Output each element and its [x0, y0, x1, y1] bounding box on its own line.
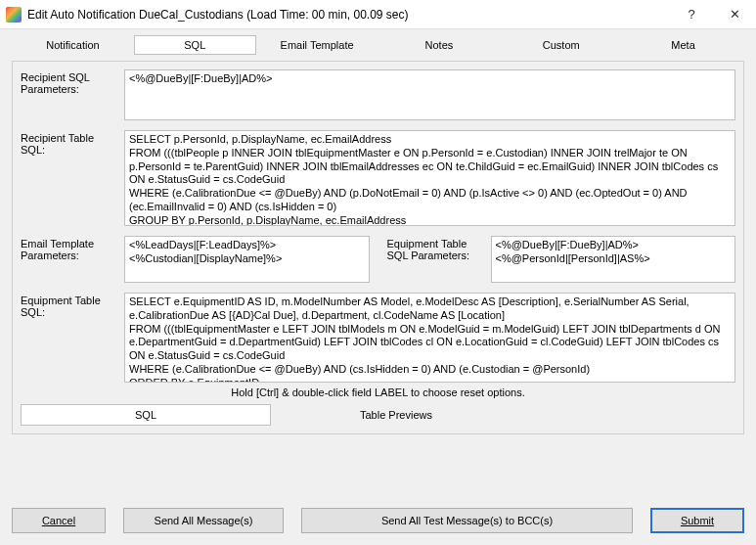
label-recipient-sql-parameters: Recipient SQL Parameters: — [21, 69, 118, 95]
page-tabs: Notification SQL Email Template Notes Cu… — [12, 35, 744, 55]
hint-text: Hold [Ctrl] & double-click field LABEL t… — [21, 383, 735, 404]
send-all-button[interactable]: Send All Message(s) — [123, 508, 284, 533]
tab-meta[interactable]: Meta — [622, 35, 744, 55]
input-email-template-parameters[interactable] — [124, 236, 370, 283]
label-email-template-parameters: Email Template Parameters: — [21, 236, 118, 283]
tab-notification[interactable]: Notification — [12, 35, 134, 55]
titlebar: Edit Auto Notification DueCal_Custodians… — [0, 0, 756, 29]
field-recipient-sql-parameters: Recipient SQL Parameters: — [21, 69, 735, 120]
close-button[interactable]: ✕ — [713, 0, 756, 29]
label-recipient-table-sql: Recipient Table SQL: — [21, 130, 118, 156]
input-recipient-sql-parameters[interactable] — [124, 69, 735, 120]
input-equipment-sql-parameters[interactable] — [491, 236, 736, 283]
label-equipment-sql-parameters: Equipment Table SQL Parameters: — [387, 236, 485, 283]
row-template-params: Email Template Parameters: Equipment Tab… — [21, 236, 735, 283]
tab-email-template[interactable]: Email Template — [256, 35, 378, 55]
cancel-button[interactable]: Cancel — [12, 508, 106, 533]
tab-custom[interactable]: Custom — [500, 35, 622, 55]
window-title: Edit Auto Notification DueCal_Custodians… — [27, 8, 670, 22]
field-equipment-table-sql: Equipment Table SQL: — [21, 293, 735, 383]
subtab-table-previews[interactable]: Table Previews — [271, 404, 521, 426]
input-equipment-table-sql[interactable] — [124, 293, 735, 383]
sql-group: Recipient SQL Parameters: Recipient Tabl… — [12, 61, 744, 434]
app-icon — [6, 7, 22, 23]
tab-sql[interactable]: SQL — [134, 35, 256, 55]
send-all-test-button[interactable]: Send All Test Message(s) to BCC(s) — [301, 508, 633, 533]
input-recipient-table-sql[interactable] — [124, 130, 735, 226]
help-button[interactable]: ? — [670, 0, 713, 29]
button-bar: Cancel Send All Message(s) Send All Test… — [12, 508, 744, 533]
field-recipient-table-sql: Recipient Table SQL: — [21, 130, 735, 226]
tab-notes[interactable]: Notes — [378, 35, 500, 55]
submit-button[interactable]: Submit — [650, 508, 744, 533]
sub-tabs: SQL Table Previews — [21, 404, 735, 426]
subtab-sql[interactable]: SQL — [21, 404, 271, 426]
label-equipment-table-sql: Equipment Table SQL: — [21, 293, 118, 318]
